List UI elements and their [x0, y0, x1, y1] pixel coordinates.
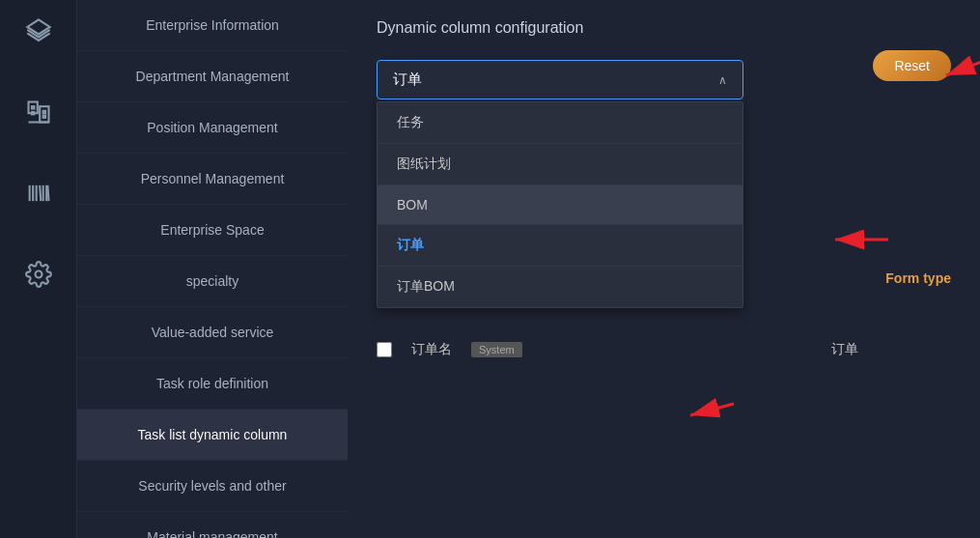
svg-rect-6 — [42, 111, 44, 113]
settings-icon[interactable] — [17, 253, 60, 296]
system-badge: System — [471, 342, 522, 357]
svg-line-11 — [40, 185, 41, 201]
chevron-up-icon: ∧ — [718, 73, 727, 87]
form-type-value: 订单 — [831, 341, 858, 358]
svg-point-15 — [35, 271, 42, 278]
main-content: Dynamic column configuration 订单 ∧ 任务 图纸计… — [348, 0, 980, 538]
nav-item-security-levels[interactable]: Security levels and other — [77, 461, 348, 512]
nav-item-value-added-service[interactable]: Value-added service — [77, 307, 348, 358]
page-title: Dynamic column configuration — [377, 19, 951, 37]
svg-line-19 — [690, 404, 734, 415]
barcode-icon[interactable] — [17, 172, 60, 214]
nav-item-task-role-definition[interactable]: Task role definition — [77, 358, 348, 410]
dropdown-option-order-bom[interactable]: 订单BOM — [378, 267, 742, 307]
layers-icon[interactable] — [17, 10, 60, 52]
nav-item-enterprise-space[interactable]: Enterprise Space — [77, 205, 348, 256]
dropdown-option-drawing-plan[interactable]: 图纸计划 — [378, 144, 742, 185]
icon-sidebar — [0, 0, 77, 538]
reset-button[interactable]: Reset — [873, 50, 951, 81]
svg-line-17 — [946, 53, 980, 75]
nav-item-task-list-dynamic-column[interactable]: Task list dynamic column — [77, 410, 348, 461]
svg-line-14 — [47, 185, 48, 201]
row-checkbox[interactable] — [377, 342, 392, 357]
nav-item-department-management[interactable]: Department Management — [77, 51, 348, 102]
data-row: 订单名 System 订单 — [377, 341, 951, 358]
svg-rect-4 — [32, 106, 34, 108]
dropdown-option-order[interactable]: 订单 — [378, 225, 742, 267]
dropdown-list: 任务 图纸计划 BOM 订单 订单BOM — [377, 101, 743, 308]
dropdown-selected-value: 订单 — [393, 71, 422, 89]
nav-item-personnel-management[interactable]: Personnel Management — [77, 154, 348, 205]
building-icon[interactable] — [17, 91, 60, 133]
dropdown-trigger[interactable]: 订单 ∧ — [377, 60, 743, 99]
dropdown-option-bom[interactable]: BOM — [378, 185, 742, 225]
form-type-header: Form type — [885, 270, 951, 286]
dropdown-wrapper: 订单 ∧ 任务 图纸计划 BOM 订单 订单BOM — [377, 60, 743, 99]
nav-item-position-management[interactable]: Position Management — [77, 102, 348, 154]
svg-rect-2 — [40, 106, 48, 122]
dropdown-option-task[interactable]: 任务 — [378, 102, 742, 144]
nav-item-enterprise-information[interactable]: Enterprise Information — [77, 0, 348, 51]
svg-rect-7 — [42, 116, 44, 118]
field-name: 订单名 — [411, 341, 452, 358]
nav-item-material-management[interactable]: Material management — [77, 512, 348, 538]
nav-menu: Enterprise Information Department Manage… — [77, 0, 348, 538]
nav-item-specialty[interactable]: specialty — [77, 256, 348, 307]
